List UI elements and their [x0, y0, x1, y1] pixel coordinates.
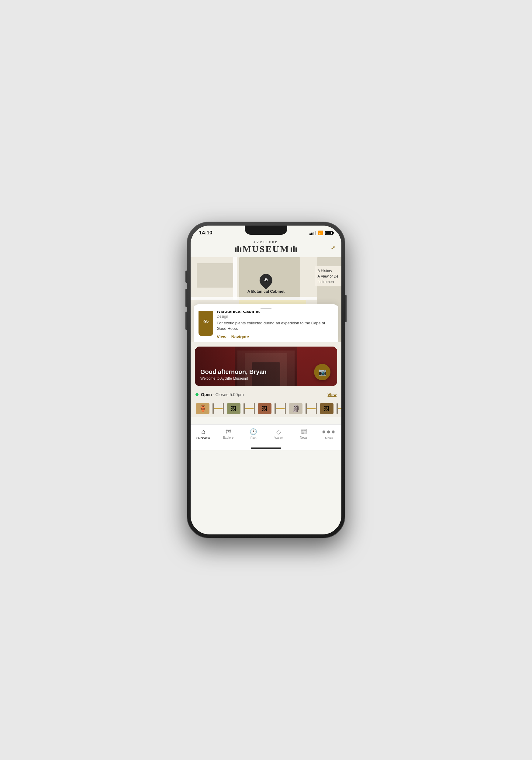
- expand-icon[interactable]: ⤢: [331, 244, 335, 251]
- bottom-nav: ⌂ Overview 🗺 Explore 🕐 Plan ◇ Wallet 📰 N…: [191, 424, 341, 446]
- open-text: Open · Closes 5:00pm: [201, 392, 244, 397]
- thumbnail-strip: 🏺 🖼: [191, 400, 341, 417]
- info-card-accent: 👁: [199, 309, 213, 336]
- museum-logo: AYCLIFFE MUSEUM: [235, 241, 297, 254]
- status-icons: 📶: [310, 230, 333, 235]
- thumb-painting-2[interactable]: 🖼: [256, 402, 274, 415]
- news-label: News: [300, 436, 308, 439]
- camera-fab[interactable]: 📷: [314, 364, 330, 380]
- open-status: Open · Closes 5:00pm View: [191, 389, 341, 400]
- open-left: Open · Closes 5:00pm: [195, 392, 244, 397]
- plan-label: Plan: [251, 436, 257, 440]
- logo-top-text: AYCLIFFE: [235, 241, 297, 244]
- home-indicator: [191, 446, 341, 450]
- phone-screen: 14:10 📶 AYCLIFFE: [191, 225, 341, 535]
- status-time: 14:10: [199, 230, 212, 236]
- map-label-right: A History A View of De Instrumen: [314, 266, 341, 286]
- drag-handle: [261, 308, 271, 309]
- info-card-actions: View Navigate: [217, 334, 333, 339]
- nav-item-menu[interactable]: ●●● Menu: [316, 428, 341, 440]
- barrier-5: [337, 403, 341, 414]
- thumb-vase-1[interactable]: 🏺: [194, 402, 212, 415]
- scroll-content: Good afternoon, Bryan Welcome to Aycliff…: [191, 342, 341, 417]
- greeting-banner: Good afternoon, Bryan Welcome to Aycliff…: [195, 347, 337, 386]
- barrier-1: [213, 403, 224, 414]
- thumb-img-vase-1: 🏺: [196, 403, 210, 414]
- thumb-bust[interactable]: 🗿: [287, 402, 305, 415]
- map-area[interactable]: 👁 A Botanical Cabinet A History A View o…: [191, 257, 341, 342]
- nav-item-plan[interactable]: 🕐 Plan: [241, 428, 266, 440]
- banner-text: Good afternoon, Bryan Welcome to Aycliff…: [200, 368, 266, 381]
- thumb-painting-1[interactable]: 🖼: [225, 402, 243, 415]
- app-header: AYCLIFFE MUSEUM ⤢: [191, 238, 341, 257]
- banner-greeting: Good afternoon, Bryan: [200, 368, 266, 375]
- pin-eye-icon: 👁: [264, 277, 268, 283]
- nav-item-wallet[interactable]: ◇ Wallet: [266, 428, 291, 440]
- wallet-label: Wallet: [274, 436, 283, 440]
- barrier-4: [306, 403, 317, 414]
- open-indicator-dot: [195, 393, 199, 396]
- map-pin-bubble: 👁: [257, 271, 275, 289]
- logo-main-text: MUSEUM: [235, 244, 297, 254]
- camera-fab-icon: 📷: [318, 368, 326, 376]
- closes-time: · Closes 5:00pm: [213, 392, 244, 397]
- wallet-icon: ◇: [276, 428, 281, 435]
- barrier-2: [244, 403, 255, 414]
- banner-subtitle: Welcome to Aycliffe Museum!: [200, 376, 266, 381]
- nav-item-overview[interactable]: ⌂ Overview: [191, 428, 216, 440]
- info-card-content: A Botanical Cabinet Design For exotic pl…: [217, 309, 333, 339]
- overview-label: Overview: [196, 437, 210, 440]
- battery-icon: [325, 231, 333, 235]
- thumb-img-painting-2: 🖼: [258, 403, 271, 414]
- nav-item-news[interactable]: 📰 News: [291, 428, 316, 439]
- notch: [245, 225, 287, 235]
- barrier-3: [274, 403, 286, 414]
- explore-label: Explore: [223, 436, 233, 439]
- signal-icon: [310, 231, 316, 235]
- navigate-button[interactable]: Navigate: [231, 334, 249, 339]
- phone-frame: 14:10 📶 AYCLIFFE: [187, 222, 345, 538]
- nav-item-explore[interactable]: 🗺 Explore: [216, 429, 241, 439]
- info-card-eye-icon: 👁: [203, 318, 209, 326]
- thumb-img-painting-1: 🖼: [227, 403, 240, 414]
- info-card-category: Design: [217, 314, 333, 318]
- map-pin-label: A Botanical Cabinet: [247, 289, 285, 294]
- news-icon: 📰: [300, 428, 307, 435]
- menu-icon: ●●●: [322, 428, 336, 436]
- menu-label: Menu: [325, 437, 333, 440]
- wifi-icon: 📶: [318, 230, 323, 235]
- thumb-img-painting-3: 🖼: [320, 403, 333, 414]
- map-pin[interactable]: 👁 A Botanical Cabinet: [247, 274, 285, 294]
- view-hours-link[interactable]: View: [328, 393, 337, 397]
- overview-icon: ⌂: [201, 428, 205, 436]
- open-label: Open: [201, 392, 212, 397]
- info-card-description: For exotic plants collected during an ex…: [217, 320, 333, 331]
- info-card: 👁 A Botanical Cabinet Design For exotic …: [194, 304, 338, 342]
- thumb-painting-3[interactable]: 🖼: [318, 402, 336, 415]
- thumb-img-bust: 🗿: [289, 403, 303, 414]
- home-bar: [251, 448, 281, 449]
- explore-icon: 🗺: [225, 429, 231, 435]
- view-button[interactable]: View: [217, 334, 226, 339]
- plan-icon: 🕐: [250, 428, 257, 435]
